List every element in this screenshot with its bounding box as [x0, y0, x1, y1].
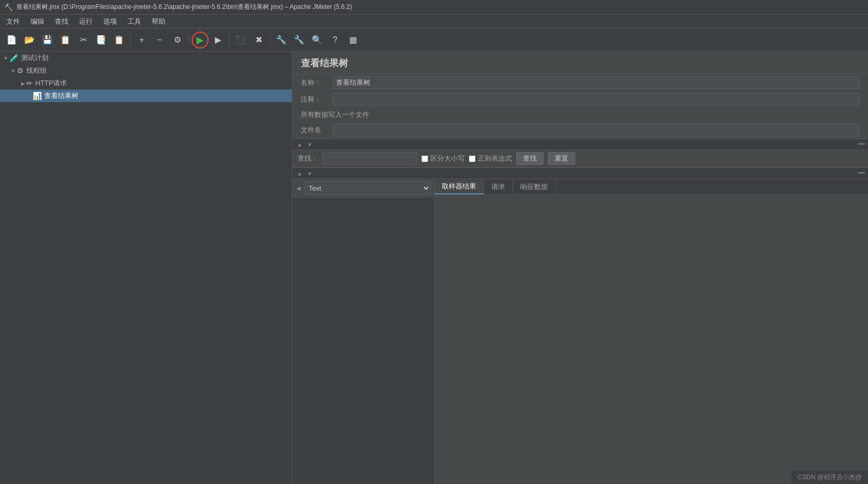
table-button[interactable]: ▦ [344, 32, 361, 48]
open-button[interactable]: 📂 [21, 32, 38, 48]
find-button[interactable]: 查找 [516, 152, 544, 165]
menu-item-文件[interactable]: 文件 [2, 16, 24, 27]
arrow-up-2[interactable]: ▲ [295, 170, 304, 177]
run-selected-button[interactable]: ▶ [210, 32, 226, 48]
toolbar-separator-12 [229, 34, 230, 46]
tab-取样器结果[interactable]: 取样器结果 [435, 180, 484, 194]
regex-label: 正则表达式 [478, 154, 512, 163]
toolbar-separator-10 [189, 34, 189, 46]
help-button[interactable]: ? [327, 32, 343, 48]
run-button[interactable]: ▶ [192, 32, 209, 48]
paste-button[interactable]: 📋 [111, 32, 127, 48]
result-list [292, 197, 434, 484]
menu-item-工具[interactable]: 工具 [123, 16, 145, 27]
tree-arrow-thread-group: ▼ [11, 68, 16, 74]
menu-item-帮助[interactable]: 帮助 [147, 16, 170, 27]
new-button[interactable]: 📄 [3, 32, 20, 48]
clear-button[interactable]: ⚙ [169, 32, 186, 48]
tabs-bar: 取样器结果请求响应数据 [435, 179, 868, 195]
more-btn-2[interactable]: ••• [858, 170, 865, 177]
tree-icon-view-results: 📊 [33, 92, 42, 100]
stop-button[interactable]: ⬛ [232, 32, 249, 48]
arrow-up-1[interactable]: ▲ [295, 141, 304, 148]
all-data-label: 所有数据写入一个文件 [292, 108, 868, 122]
toggle-left-arrow[interactable]: ◀ [295, 184, 302, 192]
tree-item-thread-group[interactable]: ▼⚙线程组 [0, 64, 292, 77]
name-input[interactable] [332, 76, 860, 89]
regex-group: 正则表达式 [469, 154, 512, 163]
search2-button[interactable]: 🔍 [309, 32, 326, 48]
status-text: CSDN @程序员小杰@ [797, 473, 862, 481]
status-bar: CSDN @程序员小杰@ [791, 471, 868, 484]
remove-button[interactable]: − [151, 32, 168, 48]
regex-checkbox[interactable] [469, 155, 476, 162]
result-left-panel: ◀ TextRegExp TesterCSS/JQuery TesterXPat… [292, 179, 435, 484]
save-all-button[interactable]: 💾 [39, 32, 56, 48]
tree-arrow-http-request: ▶ [21, 81, 25, 86]
tree-label-test-plan: 测试计划 [21, 53, 48, 63]
tree-arrow-test-plan: ▼ [3, 55, 8, 61]
tree-icon-test-plan: 🧪 [9, 54, 18, 62]
shutdown-button[interactable]: ✖ [250, 32, 267, 48]
case-sensitive-label: 区分大小写 [430, 154, 465, 163]
right-panel: 查看结果树 名称： 注释： 所有数据写入一个文件 文件名 ▲ ▼ ••• 查找： [292, 52, 868, 484]
tree-label-http-request: HTTP请求 [35, 78, 67, 88]
remote-stop-button[interactable]: 🔧 [291, 32, 308, 48]
file-label: 文件名 [301, 125, 332, 135]
title-bar: 🔨 查看结果树.jmx (D:\ProgramFiles\apache-jmet… [0, 0, 868, 15]
more-btn-1[interactable]: ••• [858, 141, 865, 148]
file-row: 文件名 [292, 122, 868, 139]
arrow-down-1[interactable]: ▼ [305, 141, 314, 148]
menu-item-选项[interactable]: 选项 [99, 16, 121, 27]
result-dropdown-row: ◀ TextRegExp TesterCSS/JQuery TesterXPat… [292, 179, 434, 197]
copy-button[interactable]: 📑 [93, 32, 110, 48]
toolbar-separator-7 [130, 34, 131, 46]
add-button[interactable]: + [133, 32, 150, 48]
tree-label-thread-group: 线程组 [26, 66, 47, 75]
comment-label: 注释： [301, 95, 332, 104]
panel-title: 查看结果树 [292, 52, 868, 74]
remote-start-button[interactable]: 🔧 [273, 32, 290, 48]
tree-item-test-plan[interactable]: ▼🧪测试计划 [0, 52, 292, 64]
result-right-panel: 取样器结果请求响应数据 [435, 179, 868, 484]
cut-button[interactable]: ✂ [75, 32, 92, 48]
search-label: 查找： [298, 154, 318, 163]
title-text: 查看结果树.jmx (D:\ProgramFiles\apache-jmeter… [16, 3, 352, 12]
menu-item-运行[interactable]: 运行 [75, 16, 97, 27]
toolbar-separator-14 [270, 34, 270, 46]
app-icon: 🔨 [4, 3, 13, 12]
menu-item-查找[interactable]: 查找 [51, 16, 73, 27]
toolbar: 📄📂💾📋✂📑📋+−⚙▶▶⬛✖🔧🔧🔍?▦ [0, 28, 868, 52]
result-type-select[interactable]: TextRegExp TesterCSS/JQuery TesterXPath … [304, 181, 431, 195]
file-input[interactable] [332, 124, 860, 136]
save-button[interactable]: 📋 [57, 32, 74, 48]
result-content-area [435, 195, 868, 484]
tree-item-view-results[interactable]: 📊查看结果树 [0, 90, 292, 102]
case-sensitive-group: 区分大小写 [421, 154, 465, 163]
tree-icon-http-request: ✏ [26, 79, 33, 87]
tab-请求[interactable]: 请求 [484, 180, 513, 194]
tab-响应数据[interactable]: 响应数据 [513, 180, 556, 194]
menu-item-编辑[interactable]: 编辑 [26, 16, 48, 27]
search-row: 查找： 区分大小写 正则表达式 查找 重置 [292, 150, 868, 167]
case-sensitive-checkbox[interactable] [421, 155, 428, 162]
search-input[interactable] [322, 152, 417, 165]
tree-icon-thread-group: ⚙ [17, 66, 24, 75]
name-row: 名称： [292, 74, 868, 91]
divider-bar-1: ▲ ▼ ••• [292, 139, 868, 150]
name-label: 名称： [301, 78, 332, 87]
menu-bar: 文件编辑查找运行选项工具帮助 [0, 15, 868, 28]
tree-item-http-request[interactable]: ▶✏HTTP请求 [0, 77, 292, 90]
bottom-content: ◀ TextRegExp TesterCSS/JQuery TesterXPat… [292, 179, 868, 484]
tree-label-view-results: 查看结果树 [44, 91, 78, 101]
reset-button[interactable]: 重置 [548, 152, 575, 165]
arrow-down-2[interactable]: ▼ [305, 170, 314, 177]
tree-panel: ▼🧪测试计划▼⚙线程组▶✏HTTP请求 📊查看结果树 [0, 52, 292, 484]
divider-bar-2: ▲ ▼ ••• [292, 167, 868, 179]
comment-input[interactable] [332, 93, 860, 106]
main-content: ▼🧪测试计划▼⚙线程组▶✏HTTP请求 📊查看结果树 查看结果树 名称： 注释：… [0, 52, 868, 484]
comment-row: 注释： [292, 91, 868, 108]
